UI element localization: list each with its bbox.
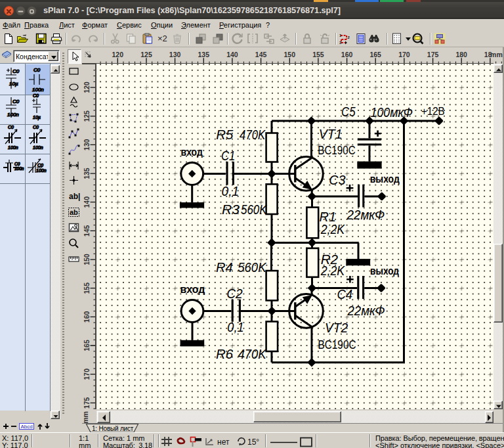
svg-text:выход: выход bbox=[370, 173, 400, 185]
svg-text:100n: 100n bbox=[7, 112, 19, 118]
svg-text:100n: 100n bbox=[36, 168, 47, 173]
svg-text:2,2K: 2,2K bbox=[320, 222, 346, 236]
svg-text:ab: ab bbox=[70, 208, 78, 216]
svg-text:C0: C0 bbox=[33, 125, 39, 129]
svg-text:C5: C5 bbox=[341, 104, 356, 119]
svg-text:140: 140 bbox=[83, 196, 91, 208]
svg-text:470K: 470K bbox=[240, 127, 266, 142]
svg-text:VT1: VT1 bbox=[319, 127, 343, 141]
svg-text:135: 135 bbox=[198, 51, 210, 58]
svg-text:100n: 100n bbox=[14, 166, 24, 171]
svg-text:C0: C0 bbox=[12, 68, 20, 74]
svg-text:2: 2 bbox=[348, 35, 350, 39]
svg-text:165: 165 bbox=[83, 340, 91, 351]
svg-text:100n: 100n bbox=[8, 145, 18, 150]
svg-text:ab|: ab| bbox=[69, 192, 80, 201]
svg-text:Abcd: Abcd bbox=[21, 424, 33, 430]
svg-text:C0: C0 bbox=[33, 67, 41, 73]
svg-text:120: 120 bbox=[83, 81, 91, 93]
svg-text:C0: C0 bbox=[14, 162, 20, 166]
svg-text:170: 170 bbox=[83, 369, 91, 380]
svg-text:R3: R3 bbox=[222, 202, 240, 217]
svg-text:150: 150 bbox=[284, 51, 296, 58]
svg-text:175: 175 bbox=[83, 397, 91, 409]
svg-text:145: 145 bbox=[255, 51, 267, 58]
svg-text:mm: mm bbox=[82, 411, 89, 424]
svg-text:BC190C: BC190C bbox=[318, 338, 356, 351]
svg-text:C0: C0 bbox=[12, 99, 20, 104]
svg-text:120: 120 bbox=[112, 51, 124, 58]
svg-text:2,2K: 2,2K bbox=[320, 263, 346, 278]
svg-text:150: 150 bbox=[83, 254, 91, 265]
svg-text:135: 135 bbox=[83, 168, 91, 179]
svg-text:125: 125 bbox=[140, 51, 152, 58]
svg-text:470K: 470K bbox=[238, 347, 268, 361]
svg-text:C0: C0 bbox=[33, 93, 39, 98]
svg-text:155: 155 bbox=[83, 282, 91, 294]
svg-text:175: 175 bbox=[427, 51, 439, 58]
svg-text:130: 130 bbox=[169, 51, 181, 58]
svg-text:R5: R5 bbox=[216, 127, 234, 142]
svg-text:C0: C0 bbox=[8, 125, 14, 129]
svg-text:выход: выход bbox=[370, 265, 399, 277]
svg-text:160: 160 bbox=[341, 51, 353, 58]
svg-text:22мкФ: 22мкФ bbox=[346, 208, 385, 222]
svg-text:+12В: +12В bbox=[421, 105, 445, 118]
svg-text:100мкФ: 100мкФ bbox=[371, 105, 413, 120]
svg-text:вход: вход bbox=[181, 146, 203, 158]
svg-text:нет: нет bbox=[217, 437, 230, 447]
svg-text:VT2: VT2 bbox=[325, 321, 348, 335]
svg-text:180: 180 bbox=[455, 51, 467, 58]
svg-text:145: 145 bbox=[83, 225, 91, 236]
svg-text:155: 155 bbox=[312, 51, 324, 58]
svg-text:560K: 560K bbox=[241, 202, 268, 217]
svg-text:R6: R6 bbox=[216, 347, 234, 361]
svg-text:0,1: 0,1 bbox=[222, 184, 240, 198]
svg-text:×2: ×2 bbox=[158, 34, 167, 43]
svg-text:вход: вход bbox=[180, 283, 205, 296]
svg-text:BC190C: BC190C bbox=[318, 144, 355, 157]
svg-text:10µ: 10µ bbox=[9, 81, 18, 87]
svg-text:C4: C4 bbox=[337, 287, 352, 302]
svg-text:100n: 100n bbox=[32, 87, 44, 93]
svg-text:130: 130 bbox=[83, 139, 91, 150]
svg-text:22мкФ: 22мкФ bbox=[347, 303, 385, 318]
svg-text:15°: 15° bbox=[247, 437, 259, 447]
svg-text:560K: 560K bbox=[238, 260, 267, 275]
svg-text:mm: mm bbox=[490, 51, 503, 58]
svg-text:C1: C1 bbox=[221, 148, 236, 163]
svg-text:160: 160 bbox=[83, 311, 91, 323]
svg-text:C3: C3 bbox=[329, 173, 345, 187]
svg-text:10µ: 10µ bbox=[33, 115, 41, 120]
svg-text:C2: C2 bbox=[226, 286, 243, 301]
svg-text:165: 165 bbox=[369, 51, 381, 58]
svg-text:125: 125 bbox=[83, 110, 91, 122]
svg-text:170: 170 bbox=[398, 51, 410, 58]
svg-text:C0: C0 bbox=[37, 163, 43, 168]
svg-text:0,1: 0,1 bbox=[227, 320, 243, 334]
svg-text:140: 140 bbox=[226, 51, 238, 58]
svg-text:100n: 100n bbox=[33, 145, 43, 150]
svg-text:R4: R4 bbox=[216, 260, 233, 275]
